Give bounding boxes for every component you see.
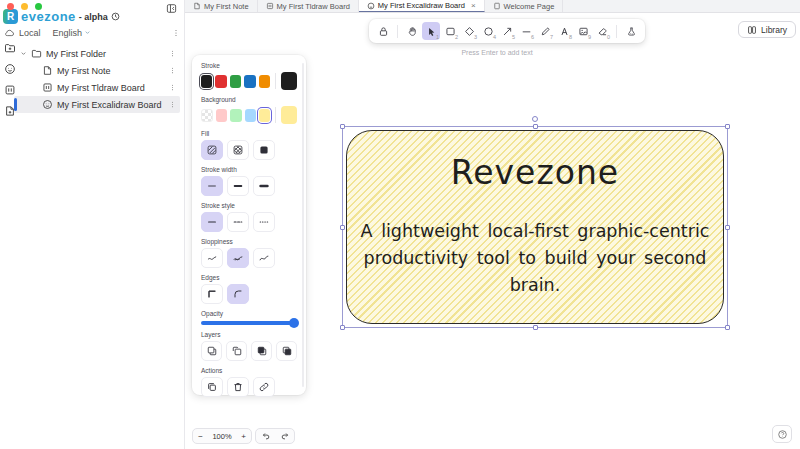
line-tool-button[interactable]: 6	[517, 22, 535, 40]
resize-handle-bottom-left[interactable]	[340, 325, 345, 330]
zoom-out-button[interactable]: −	[193, 432, 208, 441]
stroke-color-blue[interactable]	[244, 75, 255, 88]
item-menu-button[interactable]	[169, 84, 176, 91]
create-link-button[interactable]	[253, 377, 275, 397]
current-background-color[interactable]	[281, 106, 297, 124]
delete-button[interactable]	[227, 377, 249, 397]
app-name: evezone	[21, 9, 76, 24]
fill-section: Fill	[201, 130, 297, 160]
stroke-style-solid-button[interactable]	[201, 212, 223, 232]
language-select[interactable]: English	[53, 28, 92, 38]
resize-handle-right-mid[interactable]	[725, 225, 730, 230]
minimize-window-button[interactable]	[21, 3, 28, 10]
stroke-width-bold-button[interactable]	[227, 176, 249, 196]
fill-cross-hatch-button[interactable]	[227, 140, 249, 160]
fill-hachure-button[interactable]	[201, 140, 223, 160]
stroke-color-black[interactable]	[201, 75, 212, 88]
edges-round-button[interactable]	[227, 284, 249, 304]
stroke-color-green[interactable]	[230, 75, 241, 88]
eraser-tool-button[interactable]: 0	[593, 22, 611, 40]
tree-item-tldraw-board[interactable]: My First Tldraw Board	[14, 79, 180, 96]
stroke-color-red[interactable]	[215, 75, 226, 88]
text-tool-button[interactable]: 8	[555, 22, 573, 40]
bring-forward-button[interactable]	[251, 341, 272, 361]
stroke-width-extrabold-button[interactable]	[253, 176, 275, 196]
resize-handle-left-mid[interactable]	[340, 225, 345, 230]
diamond-tool-button[interactable]: 3	[460, 22, 478, 40]
sloppiness-artist-button[interactable]	[227, 248, 249, 268]
selection-tool-button[interactable]: 1	[422, 22, 440, 40]
sloppiness-section: Sloppiness	[201, 238, 297, 268]
item-menu-button[interactable]	[169, 101, 176, 108]
note-icon	[193, 2, 201, 10]
zoom-in-button[interactable]: +	[236, 432, 251, 441]
chevron-down-icon	[84, 29, 91, 36]
tab-my-first-tldraw-board[interactable]: My First Tldraw Board	[258, 0, 359, 12]
rotate-handle[interactable]	[532, 116, 538, 122]
resize-handle-top-left[interactable]	[340, 124, 345, 129]
zoom-level-value[interactable]: 100%	[208, 432, 236, 441]
tab-my-first-excalidraw-board[interactable]: My First Excalidraw Board ×	[359, 0, 485, 12]
rectangle-tool-button[interactable]: 2	[441, 22, 459, 40]
background-color-blue[interactable]	[245, 109, 256, 122]
app-window: R evezone - alpha Local English	[0, 0, 800, 449]
hand-tool-button[interactable]	[403, 22, 421, 40]
tree-item-note[interactable]: My First Note	[14, 62, 180, 79]
bring-to-front-button[interactable]	[276, 341, 297, 361]
sidebar-menu-button[interactable]	[172, 29, 180, 37]
tree-item-folder[interactable]: My First Folder	[14, 45, 180, 62]
ellipse-tool-button[interactable]: 4	[479, 22, 497, 40]
resize-handle-top-mid[interactable]	[533, 124, 538, 129]
help-button[interactable]	[772, 425, 792, 443]
folder-expand-chevron-icon[interactable]	[20, 50, 27, 57]
zoom-window-button[interactable]	[35, 3, 42, 10]
pencil-icon	[540, 26, 551, 37]
resize-handle-bottom-mid[interactable]	[533, 325, 538, 330]
item-menu-button[interactable]	[169, 50, 176, 57]
image-tool-button[interactable]: 9	[574, 22, 592, 40]
background-color-pink[interactable]	[216, 109, 227, 122]
arrow-tool-button[interactable]: 5	[498, 22, 516, 40]
opacity-slider-knob[interactable]	[289, 318, 299, 328]
tab-welcome-page[interactable]: Welcome Page	[485, 0, 564, 12]
close-tab-button[interactable]: ×	[471, 1, 476, 10]
excalidraw-canvas[interactable]: 1 2 3 4 5	[185, 13, 800, 449]
rectangle-icon	[445, 26, 456, 37]
stroke-color-orange[interactable]	[259, 75, 270, 88]
lock-tool-button[interactable]	[374, 22, 392, 40]
resize-handle-bottom-right[interactable]	[725, 325, 730, 330]
stroke-width-thin-button[interactable]	[201, 176, 223, 196]
shape-title-text[interactable]: Revezone	[451, 153, 619, 192]
edges-sharp-button[interactable]	[201, 284, 223, 304]
library-button[interactable]: Library	[738, 21, 796, 38]
send-to-back-button[interactable]	[201, 341, 222, 361]
background-color-transparent[interactable]	[201, 109, 213, 122]
sloppiness-cartoonist-button[interactable]	[253, 248, 275, 268]
more-tools-button[interactable]	[622, 22, 640, 40]
storage-mode-label[interactable]: Local	[19, 28, 41, 38]
undo-button[interactable]	[256, 429, 275, 443]
shape-description-text[interactable]: A lightweight local-first graphic-centri…	[359, 218, 711, 299]
draw-tool-button[interactable]: 7	[536, 22, 554, 40]
collapse-sidebar-button[interactable]	[164, 2, 178, 14]
panel-scrollbar[interactable]	[302, 63, 304, 387]
item-menu-button[interactable]	[169, 67, 176, 74]
fill-solid-button[interactable]	[253, 140, 275, 160]
background-color-green[interactable]	[230, 109, 241, 122]
tab-my-first-note[interactable]: My First Note	[185, 0, 258, 12]
sloppiness-architect-button[interactable]	[201, 248, 223, 268]
close-window-button[interactable]	[7, 3, 14, 10]
background-color-yellow[interactable]	[259, 109, 270, 122]
tree-item-excalidraw-board[interactable]: My First Excalidraw Board	[14, 96, 180, 113]
resize-handle-top-right[interactable]	[725, 124, 730, 129]
excalidraw-rectangle-element[interactable]: Revezone A lightweight local-first graph…	[346, 130, 724, 324]
redo-button[interactable]	[275, 429, 294, 443]
stroke-style-dashed-button[interactable]	[227, 212, 249, 232]
opacity-slider[interactable]	[201, 321, 297, 325]
tldraw-board-icon	[266, 2, 274, 10]
library-label: Library	[761, 25, 787, 35]
duplicate-button[interactable]	[201, 377, 223, 397]
stroke-style-dotted-button[interactable]	[253, 212, 275, 232]
send-backward-button[interactable]	[226, 341, 247, 361]
current-stroke-color[interactable]	[281, 72, 297, 90]
